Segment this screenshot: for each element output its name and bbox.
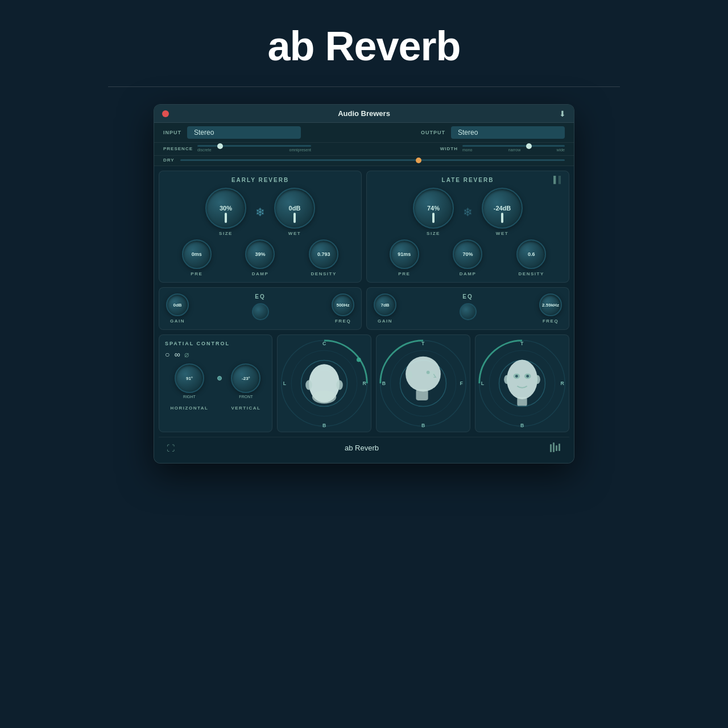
presence-group: PRESENCE discrete omnipresent (163, 145, 311, 152)
late-density-label: DENSITY (519, 271, 544, 276)
early-wet-knob-wrap: 0dB WET (274, 188, 315, 236)
svg-text:R: R (363, 380, 367, 386)
early-eq-panel: 0dB GAIN EQ 500Hz FREQ (159, 287, 362, 330)
late-damp-label: DAMP (460, 271, 477, 276)
footer-text: ab Reverb (175, 444, 549, 452)
svg-text:B: B (421, 423, 425, 428)
horizontal-knob[interactable]: 91° RIGHT (175, 363, 204, 393)
early-eq-freq-label: FREQ (335, 318, 351, 324)
presence-right-label: omnipresent (289, 148, 311, 152)
divider (108, 86, 620, 87)
svg-point-34 (504, 375, 510, 384)
early-damp-knob[interactable]: 39% (245, 239, 275, 269)
svg-text:R: R (561, 380, 565, 386)
early-reverb-panel: EARLY REVERB 30% SIZE ❄ 0dB (159, 171, 362, 283)
late-eq-title: EQ (403, 293, 532, 300)
late-wet-label: WET (496, 231, 508, 236)
stereo-mode-icon[interactable]: ∞ (174, 350, 180, 359)
svg-text:C: C (322, 341, 326, 346)
svg-text:T: T (520, 341, 524, 346)
width-label: WIDTH (440, 146, 458, 151)
early-eq-title: EQ (196, 293, 325, 300)
late-reverb-title: LATE REVERB ▐║ (373, 177, 563, 183)
late-eq-curve-knob[interactable] (460, 303, 477, 320)
svg-point-33 (526, 375, 529, 378)
late-freeze-icon[interactable]: ❄ (463, 205, 473, 219)
early-damp-label: DAMP (252, 271, 269, 276)
late-damp-knob[interactable]: 70% (453, 239, 482, 269)
vertical-label: VERTICAL (231, 406, 260, 411)
bars-icon[interactable]: ▐║ (551, 176, 563, 184)
front-visualizer: T L R B (475, 334, 569, 432)
freeze-icon[interactable]: ❄ (255, 205, 265, 219)
late-main-knobs: 74% SIZE ❄ -24dB WET (373, 188, 563, 236)
late-eq-freq-label: FREQ (543, 318, 559, 324)
late-wet-knob[interactable]: -24dB (482, 188, 523, 229)
dry-slider[interactable] (180, 159, 565, 161)
svg-text:B: B (382, 380, 386, 386)
late-wet-knob-wrap: -24dB WET (482, 188, 523, 236)
svg-rect-17 (416, 390, 428, 400)
input-label: INPUT (163, 130, 181, 135)
svg-point-12 (357, 358, 361, 362)
early-size-knob[interactable]: 30% (205, 188, 246, 229)
input-selector[interactable]: Stereo (187, 126, 301, 139)
late-pre-knob[interactable]: 91ms (390, 239, 419, 269)
width-group: WIDTH mono narrow wide (440, 145, 565, 152)
output-selector[interactable]: Stereo (451, 126, 565, 139)
svg-point-19 (407, 371, 412, 379)
close-button[interactable] (162, 110, 169, 117)
svg-point-20 (427, 371, 430, 374)
width-slider[interactable] (462, 145, 565, 147)
vertical-knob[interactable]: -23° FRONT (231, 363, 260, 393)
early-density-knob[interactable]: 0.793 (309, 239, 338, 269)
spatial-pointer (214, 363, 225, 393)
download-icon[interactable]: ⬇ (559, 109, 566, 118)
svg-point-32 (515, 375, 518, 378)
side-visualizer: T B F B (376, 334, 470, 432)
svg-rect-43 (559, 444, 560, 451)
late-size-knob[interactable]: 74% (413, 188, 454, 229)
spatial-knobs: 91° RIGHT HORIZONTAL -23° (165, 363, 266, 411)
plugin-window: Audio Brewers ⬇ INPUT Stereo OUTPUT Ster… (154, 104, 574, 464)
reverb-panels-row: EARLY REVERB 30% SIZE ❄ 0dB (159, 171, 569, 283)
binaural-mode-icon[interactable]: ⌀ (184, 350, 189, 359)
io-row: INPUT Stereo OUTPUT Stereo (154, 123, 574, 143)
early-eq-curve-knob[interactable] (252, 303, 269, 320)
early-wet-label: WET (288, 231, 301, 236)
late-size-label: SIZE (427, 231, 440, 236)
mono-mode-icon[interactable]: ○ (165, 350, 169, 359)
page-title: ab Reverb (267, 23, 460, 69)
eq-row: 0dB GAIN EQ 500Hz FREQ (159, 287, 569, 330)
late-eq-gain-knob[interactable]: 7dB (374, 293, 396, 316)
output-label: OUTPUT (421, 130, 445, 135)
main-content: EARLY REVERB 30% SIZE ❄ 0dB (154, 166, 574, 463)
width-right-label: wide (557, 148, 565, 152)
early-main-knobs: 30% SIZE ❄ 0dB WET (165, 188, 355, 236)
late-eq-freq-knob[interactable]: 2.59kHz (539, 293, 562, 316)
early-eq-gain-label: GAIN (170, 318, 185, 324)
early-size-knob-wrap: 30% SIZE (205, 188, 246, 236)
early-pre-label: PRE (191, 271, 202, 276)
svg-text:F: F (460, 380, 463, 386)
late-density-knob[interactable]: 0.6 (516, 239, 546, 269)
spatial-title: SPATIAL CONTROL (165, 341, 266, 346)
svg-point-7 (336, 380, 343, 390)
svg-rect-29 (517, 397, 527, 406)
early-pre-knob[interactable]: 0ms (182, 239, 212, 269)
logo-icon (549, 441, 561, 455)
snowflake-wrap: ❄ (255, 205, 265, 219)
svg-text:T: T (421, 341, 425, 346)
svg-text:B: B (322, 423, 326, 428)
expand-icon[interactable]: ⛶ (167, 444, 175, 453)
presence-slider[interactable] (197, 145, 311, 147)
svg-rect-40 (550, 444, 552, 452)
svg-point-35 (535, 375, 540, 384)
svg-rect-41 (553, 442, 555, 452)
early-eq-gain-knob[interactable]: 0dB (166, 293, 189, 316)
early-eq-freq-knob[interactable]: 500Hz (332, 293, 354, 316)
late-reverb-panel: LATE REVERB ▐║ 74% SIZE ❄ (366, 171, 569, 283)
late-eq-gain-label: GAIN (378, 318, 392, 324)
early-wet-knob[interactable]: 0dB (274, 188, 315, 229)
spatial-mode-icons: ○ ∞ ⌀ (165, 350, 266, 359)
